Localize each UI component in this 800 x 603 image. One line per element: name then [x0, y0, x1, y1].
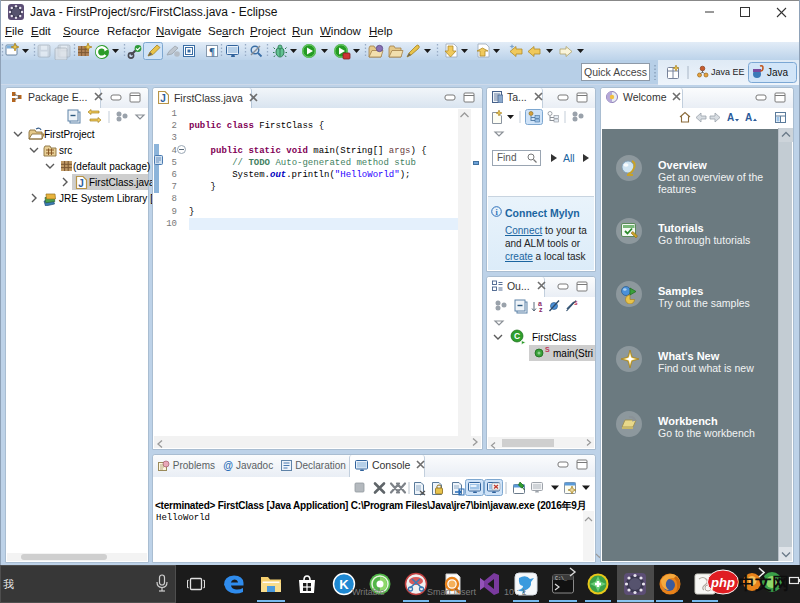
- svg-text:K: K: [339, 577, 349, 592]
- svg-text:C: C: [514, 331, 520, 341]
- svg-text:J: J: [78, 178, 84, 189]
- svg-text:A: A: [727, 112, 734, 123]
- svg-text:i: i: [495, 208, 498, 217]
- svg-text:php: php: [710, 575, 735, 590]
- svg-text:S: S: [545, 346, 550, 353]
- svg-text:¶: ¶: [209, 45, 215, 57]
- svg-text:中文网: 中文网: [738, 574, 789, 593]
- svg-text:J: J: [160, 93, 166, 104]
- svg-text:z: z: [539, 306, 543, 313]
- svg-text:A: A: [745, 112, 752, 123]
